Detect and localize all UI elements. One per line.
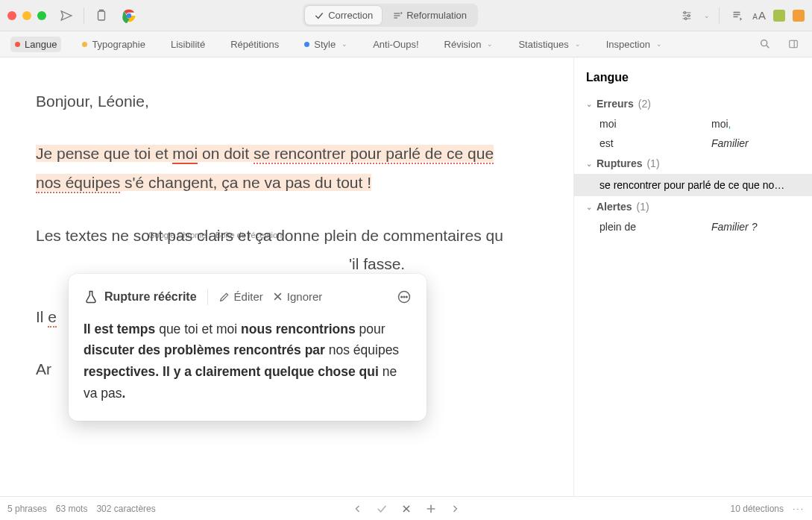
divider [207, 289, 208, 305]
ignore-button[interactable]: Ignorer [272, 286, 323, 307]
chrome-icon [122, 8, 136, 23]
color-swatch-2[interactable] [793, 10, 805, 22]
more-icon [397, 289, 412, 304]
dot-icon [304, 42, 309, 47]
text-span: Il [36, 308, 48, 325]
svg-point-2 [127, 13, 132, 18]
error-phrase[interactable]: se rencontrer pour parlé de ce que [254, 145, 494, 164]
section-ruptures[interactable]: ⌄ Ruptures (1) [574, 153, 812, 174]
tab-statistiques-label: Statistiques [518, 39, 568, 50]
nav-controls [353, 503, 459, 515]
font-size-control[interactable]: AA [752, 9, 766, 22]
more-button[interactable] [397, 289, 412, 304]
segment-correction[interactable]: Correction [305, 6, 382, 25]
tab-langue-label: Langue [25, 39, 57, 50]
rupture-text: se rencontrer pour parlé de ce que no… [599, 179, 784, 191]
editor-paragraph-2: Je pense que toi et moi on doit se renco… [36, 140, 538, 198]
clipboard-icon[interactable] [93, 7, 110, 24]
status-detections: 10 détections [731, 504, 784, 514]
close-window-button[interactable] [7, 11, 16, 20]
svg-point-4 [688, 14, 690, 16]
rewrite-text: pour [356, 322, 385, 336]
window-controls [7, 11, 46, 20]
error-e[interactable]: e [48, 308, 57, 328]
sliders-icon[interactable] [679, 7, 695, 24]
sidebar-title: Langue [574, 71, 812, 93]
signature-text: Ar [36, 360, 51, 378]
rupture-row-1[interactable]: se rencontrer pour parlé de ce que no… [574, 174, 812, 196]
tabbar-right [757, 36, 802, 52]
edit-label: Éditer [234, 286, 263, 307]
nav-prev[interactable] [353, 504, 362, 514]
tab-langue[interactable]: Langue [10, 37, 61, 52]
section-ruptures-count: (1) [646, 157, 659, 169]
main-area: Bonjour, Léonie, Je pense que toi et moi… [0, 57, 812, 496]
sliders-chevron[interactable]: ⌄ [704, 12, 710, 19]
rewrite-text: nos équipes [325, 342, 399, 357]
erreur-row-2[interactable]: est Familier [574, 134, 812, 153]
tab-lisibilite[interactable]: Lisibilité [166, 37, 210, 52]
correction-popup: Rupture réécrite Éditer Ignorer Il est t… [69, 274, 427, 421]
tab-inspection[interactable]: Inspection⌄ [602, 37, 667, 52]
segment-reformulation[interactable]: Reformulation [383, 6, 476, 25]
tab-antioups[interactable]: Anti-Oups! [368, 37, 423, 52]
pencil-icon [218, 291, 230, 303]
erreur-from: est [599, 137, 711, 149]
text-span: Les textes ne sont pas clairs et ça donn… [36, 227, 503, 244]
section-ruptures-label: Ruptures [597, 157, 642, 169]
status-more[interactable]: ··· [793, 504, 805, 514]
detections-sidebar: Langue ⌄ Erreurs (2) moi moi, est Famili… [573, 57, 812, 496]
nav-next[interactable] [450, 504, 459, 514]
nav-add[interactable] [425, 503, 437, 515]
category-tabbar: Langue Typographie Lisibilité Répétition… [0, 31, 812, 57]
svg-point-5 [685, 17, 687, 19]
chevron-down-icon: ⌄ [586, 160, 592, 168]
close-icon [272, 291, 283, 302]
erreur-to-text: moi [711, 118, 728, 130]
editor-paragraph-3: Les textes ne sont pas clairs et ça donn… [36, 222, 538, 280]
nav-accept[interactable] [376, 503, 388, 515]
status-chars: 302 caractères [96, 504, 155, 514]
section-alertes-count: (1) [636, 201, 649, 213]
chevron-down-icon: ⌄ [575, 40, 581, 48]
tab-typographie[interactable]: Typographie [78, 37, 150, 52]
search-icon[interactable] [757, 36, 773, 52]
editor-pane[interactable]: Bonjour, Léonie, Je pense que toi et moi… [0, 57, 573, 496]
popup-title: Rupture réécrite [104, 286, 197, 308]
tab-revision[interactable]: Révision⌄ [440, 37, 498, 52]
section-alertes[interactable]: ⌄ Alertes (1) [574, 196, 812, 217]
greeting-text: Bonjour, Léonie, [36, 93, 149, 110]
edit-button[interactable]: Éditer [218, 286, 263, 307]
minimize-window-button[interactable] [22, 11, 31, 20]
status-phrases: 5 phrases [7, 504, 47, 514]
tab-statistiques[interactable]: Statistiques⌄ [514, 37, 585, 52]
svg-point-3 [684, 11, 686, 13]
rewrite-bold: discuter des problèmes rencontrés par [84, 342, 325, 357]
alerte-from: plein de [599, 221, 711, 233]
chevron-down-icon: ⌄ [342, 40, 347, 48]
color-swatch-1[interactable] [773, 10, 785, 22]
section-erreurs-count: (2) [638, 98, 651, 110]
erreur-row-1[interactable]: moi moi, [574, 114, 812, 134]
error-equipes[interactable]: nos équipes [36, 174, 120, 193]
segment-correction-label: Correction [328, 10, 373, 21]
section-erreurs[interactable]: ⌄ Erreurs (2) [574, 93, 812, 114]
dot-icon [15, 42, 20, 47]
nav-reject[interactable] [401, 504, 412, 514]
tab-style[interactable]: Style⌄ [300, 37, 352, 52]
error-moi[interactable]: moi [172, 145, 198, 164]
send-icon[interactable] [58, 7, 75, 24]
sidebar-toggle-icon[interactable] [785, 36, 802, 52]
erreur-to: moi, [711, 118, 731, 130]
dot-icon [82, 42, 87, 47]
flask-icon [84, 289, 98, 304]
tab-repetitions[interactable]: Répétitions [226, 37, 283, 52]
titlebar: Correcteur Google Chrome – Boîte de réce… [0, 0, 812, 31]
svg-point-11 [406, 296, 408, 298]
paragraph-icon[interactable] [728, 7, 745, 24]
text-span: Je pense que toi et [36, 145, 172, 162]
alerte-row-1[interactable]: plein de Familier ? [574, 217, 812, 236]
separator [84, 7, 84, 24]
editor-greeting: Bonjour, Léonie, [36, 87, 538, 116]
maximize-window-button[interactable] [37, 11, 46, 20]
